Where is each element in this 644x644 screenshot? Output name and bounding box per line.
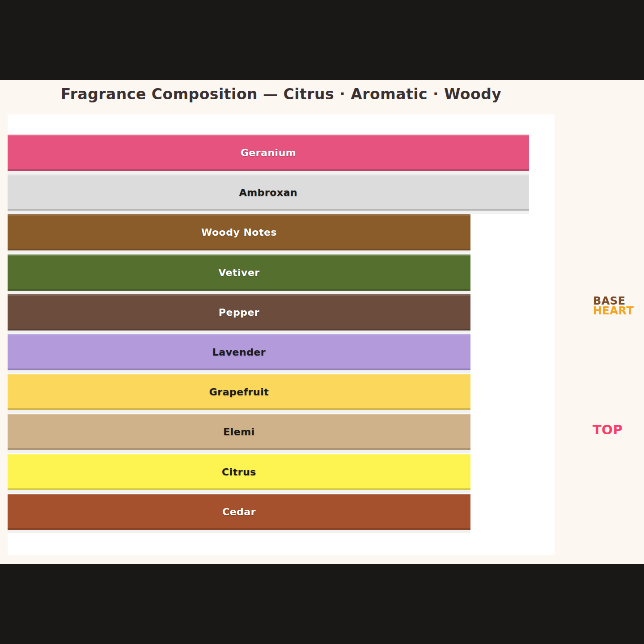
bar-label: Geranium — [241, 147, 296, 158]
bar-geranium: Geranium — [8, 135, 529, 171]
bar-label: Citrus — [222, 466, 256, 478]
bar-label: Lavender — [212, 347, 266, 358]
bar-pepper: Pepper — [8, 294, 470, 330]
heart-notes-label: HEART — [593, 305, 634, 316]
chart-panel: GeraniumAmbroxanWoody NotesVetiverPepper… — [8, 114, 555, 555]
bar-label: Ambroxan — [239, 187, 297, 198]
bar-citrus: Citrus — [8, 454, 470, 490]
bar-label: Woody Notes — [201, 227, 277, 238]
bar-ambroxan: Ambroxan — [8, 174, 529, 211]
bar-label: Grapefruit — [209, 386, 269, 398]
bar-label: Cedar — [222, 506, 256, 517]
bar-grapefruit: Grapefruit — [8, 374, 470, 410]
letterbox-bottom-bar — [0, 564, 644, 644]
bar-lavender: Lavender — [8, 334, 470, 370]
bar-cedar: Cedar — [8, 494, 470, 530]
screenshot-stage: Fragrance Composition — Citrus · Aromati… — [0, 0, 644, 644]
bar-label: Elemi — [223, 426, 254, 437]
bar-woody-notes: Woody Notes — [8, 214, 470, 250]
chart-title: Fragrance Composition — Citrus · Aromati… — [8, 85, 555, 103]
bar-elemi: Elemi — [8, 414, 470, 450]
letterbox-top-bar — [0, 0, 644, 80]
bar-label: Vetiver — [218, 267, 259, 278]
bar-label: Pepper — [219, 307, 259, 318]
bar-vetiver: Vetiver — [8, 254, 470, 291]
top-notes-label: TOP — [593, 424, 623, 436]
